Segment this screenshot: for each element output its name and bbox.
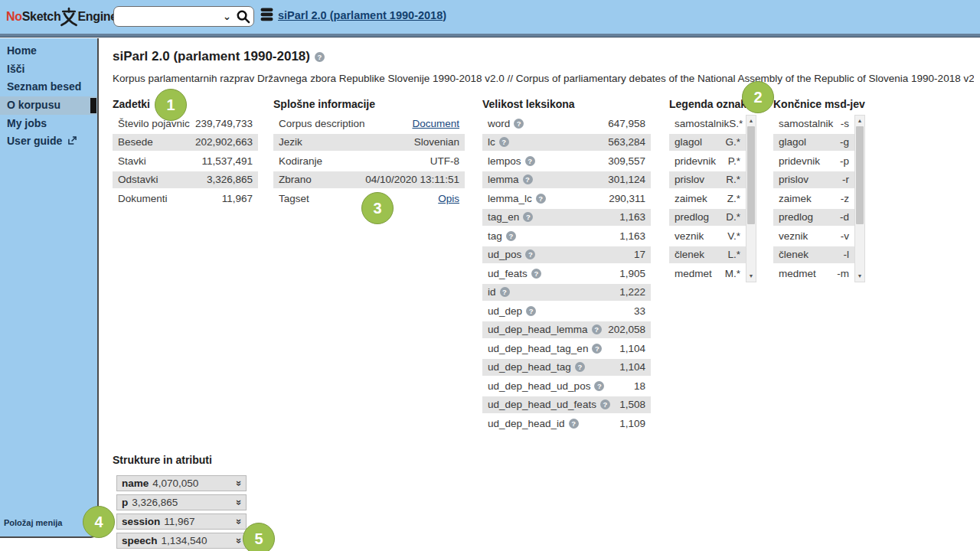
scroll-up-icon[interactable]: ▲ bbox=[749, 116, 754, 126]
row-label: ud_dep_head_id? bbox=[488, 418, 579, 429]
corpus-link[interactable]: siParl 2.0 (parlament 1990-2018) bbox=[278, 9, 446, 21]
row-label: tag_en? bbox=[488, 211, 533, 223]
row-value: -g bbox=[840, 136, 849, 148]
attribute-name: ud_feats bbox=[488, 268, 528, 279]
table-row: Dokumenti 11,967 bbox=[113, 190, 258, 207]
search-input[interactable] bbox=[120, 11, 221, 22]
quick-search-box[interactable]: ⌄ bbox=[113, 6, 254, 27]
help-icon[interactable]: ? bbox=[500, 287, 510, 297]
attribute-name: ud_dep_head_tag bbox=[488, 361, 571, 373]
legenda-rows: samostalnik S.* glagol G.* pridevnik P.*… bbox=[669, 115, 746, 282]
structure-count: 4,070,050 bbox=[152, 478, 198, 489]
expand-chevron-icon[interactable]: » bbox=[234, 500, 245, 505]
row-label: Število pojavnic bbox=[118, 118, 190, 129]
table-row: veznik V.* bbox=[669, 227, 746, 245]
expand-chevron-icon[interactable]: » bbox=[234, 481, 245, 486]
structure-speech-expander[interactable]: speech 1,134,540 » bbox=[116, 533, 247, 549]
row-value: -p bbox=[840, 155, 849, 167]
structure-name-expander[interactable]: name 4,070,050 » bbox=[116, 475, 247, 491]
table-row: Zbrano 04/10/2020 13:11:51 bbox=[273, 171, 465, 189]
koncnice-header: Končnice msd-jev bbox=[773, 98, 865, 110]
logo-engine: Engine bbox=[77, 10, 117, 24]
help-icon[interactable]: ? bbox=[514, 119, 524, 129]
help-icon[interactable]: ? bbox=[315, 52, 325, 62]
table-row: Corpus description Document bbox=[273, 115, 465, 132]
help-icon[interactable]: ? bbox=[592, 324, 602, 334]
help-icon[interactable]: ? bbox=[592, 344, 602, 354]
scroll-up-icon[interactable]: ▲ bbox=[858, 116, 863, 126]
row-value[interactable]: 04/10/2020 13:11:51 bbox=[365, 174, 459, 185]
help-icon[interactable]: ? bbox=[525, 156, 535, 166]
sidebar-item-my-jobs[interactable]: My jobs bbox=[0, 115, 97, 133]
row-value: G.* bbox=[725, 136, 740, 148]
sidebar-item-seznam-besed[interactable]: Seznam besed bbox=[0, 78, 97, 96]
table-row: zaimek -z bbox=[773, 190, 854, 207]
structure-p-expander[interactable]: p 3,326,865 » bbox=[116, 494, 247, 510]
row-value: -z bbox=[841, 193, 849, 204]
help-icon[interactable]: ? bbox=[536, 194, 546, 204]
attribute-name: id bbox=[488, 286, 496, 298]
row-value[interactable]: Document bbox=[412, 118, 459, 129]
row-label: ud_feats? bbox=[488, 268, 541, 279]
sidebar-item-user-guide[interactable]: User guide bbox=[0, 132, 97, 151]
help-icon[interactable]: ? bbox=[506, 231, 516, 241]
row-value[interactable]: Opis bbox=[438, 193, 459, 204]
row-value: R.* bbox=[726, 174, 740, 185]
row-label: ud_dep_head_tag_en? bbox=[488, 343, 602, 354]
row-value: L.* bbox=[727, 249, 740, 260]
table-row: Odstavki 3,326,865 bbox=[113, 171, 258, 189]
row-value: 1,109 bbox=[619, 418, 645, 429]
table-row: ud_dep_head_ud_feats? 1,508 bbox=[482, 396, 651, 414]
scrollbar-thumb[interactable] bbox=[856, 126, 864, 224]
help-icon[interactable]: ? bbox=[523, 174, 533, 184]
scroll-down-icon[interactable]: ▼ bbox=[858, 271, 863, 282]
sidebar-item-home[interactable]: Home bbox=[0, 42, 97, 60]
attribute-name: ud_dep_head_ud_pos bbox=[488, 380, 590, 392]
row-label: medmet bbox=[675, 268, 712, 279]
structure-label: name bbox=[122, 478, 149, 489]
external-link-icon bbox=[68, 132, 77, 151]
search-icon[interactable] bbox=[236, 9, 250, 24]
attribute-name: ud_dep bbox=[488, 305, 522, 317]
row-value: -l bbox=[844, 249, 850, 260]
chevron-down-icon[interactable]: ⌄ bbox=[221, 11, 236, 21]
expand-chevron-icon[interactable]: » bbox=[234, 519, 245, 524]
row-value: D.* bbox=[726, 211, 740, 223]
structure-label: speech bbox=[122, 535, 158, 546]
structure-count: 3,326,865 bbox=[132, 497, 178, 508]
row-label: lemma_lc? bbox=[488, 193, 546, 204]
scrollbar[interactable]: ▲ ▼ bbox=[746, 115, 756, 282]
table-row: členek L.* bbox=[669, 246, 746, 264]
table-row: glagol G.* bbox=[669, 134, 746, 152]
row-label: prislov bbox=[779, 174, 808, 185]
help-icon[interactable]: ? bbox=[569, 419, 579, 429]
row-value: 290,311 bbox=[609, 193, 645, 204]
row-value[interactable]: Slovenian bbox=[414, 136, 459, 148]
structure-session-expander[interactable]: session 11,967 » bbox=[116, 514, 247, 530]
help-icon[interactable]: ? bbox=[525, 249, 535, 259]
sidebar-item-isci[interactable]: Išči bbox=[0, 60, 97, 79]
help-icon[interactable]: ? bbox=[523, 212, 533, 222]
scrollbar[interactable]: ▲ ▼ bbox=[854, 115, 865, 282]
row-label: Jezik bbox=[279, 136, 302, 148]
sidebar-item-o-korpusu[interactable]: O korpusu bbox=[0, 96, 97, 115]
scrollbar-thumb[interactable] bbox=[747, 126, 755, 224]
help-icon[interactable]: ? bbox=[499, 137, 509, 147]
sidebar-nav: Home Išči Seznam besed O korpusu My jobs… bbox=[0, 38, 97, 151]
scroll-down-icon[interactable]: ▼ bbox=[749, 271, 754, 282]
help-icon[interactable]: ? bbox=[575, 362, 585, 372]
table-row: word? 647,958 bbox=[482, 115, 651, 132]
help-icon[interactable]: ? bbox=[594, 381, 604, 391]
legenda-box: samostalnik S.* glagol G.* pridevnik P.*… bbox=[669, 115, 756, 282]
table-row: predlog D.* bbox=[669, 209, 746, 227]
row-label: ud_pos? bbox=[488, 249, 535, 260]
row-label: ud_dep_head_ud_pos? bbox=[488, 380, 604, 392]
row-value[interactable]: UTF-8 bbox=[430, 155, 459, 167]
table-row: medmet M.* bbox=[669, 265, 746, 282]
structure-count: 11,967 bbox=[164, 516, 194, 527]
help-icon[interactable]: ? bbox=[526, 306, 536, 316]
step-marker-4: 4 bbox=[83, 506, 115, 538]
help-icon[interactable]: ? bbox=[531, 269, 541, 279]
menu-position-toggle[interactable]: Položaj menija bbox=[4, 518, 62, 527]
help-icon[interactable]: ? bbox=[600, 399, 610, 409]
